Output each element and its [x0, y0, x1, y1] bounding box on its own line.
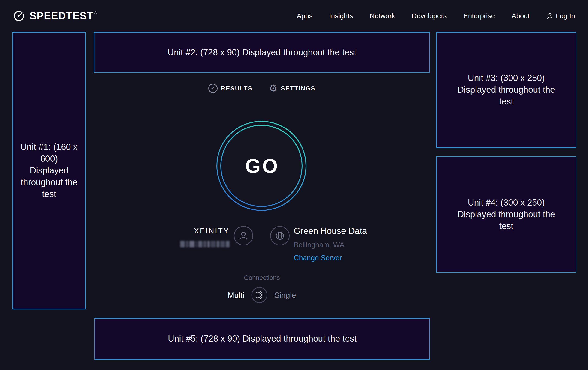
- check-circle-icon: ✓: [208, 84, 218, 93]
- gear-icon: ⚙: [269, 83, 278, 93]
- isp-block: XFINITY: [180, 227, 230, 247]
- ad-unit-5-text: Unit #5: (728 x 90) Displayed throughout…: [168, 333, 357, 345]
- tab-settings-label: SETTINGS: [281, 85, 315, 92]
- isp-name: XFINITY: [180, 227, 230, 235]
- ad-unit-2-text: Unit #2: (728 x 90) Displayed throughout…: [168, 47, 356, 58]
- tab-results[interactable]: ✓ RESULTS: [208, 84, 253, 93]
- server-name: Green House Data: [294, 226, 367, 236]
- go-button-label: GO: [215, 120, 308, 212]
- speedtest-logo[interactable]: SPEEDTEST®: [13, 10, 97, 22]
- logo-trademark: ®: [94, 11, 97, 15]
- tab-results-label: RESULTS: [221, 85, 253, 92]
- nav-item-developers[interactable]: Developers: [412, 12, 447, 20]
- host-server-row: XFINITY Green House Data: [94, 224, 430, 270]
- tab-settings[interactable]: ⚙ SETTINGS: [269, 83, 316, 93]
- change-server-link[interactable]: Change Server: [294, 254, 342, 262]
- main-nav: Apps Insights Network Developers Enterpr…: [297, 12, 575, 20]
- server-globe-circle: [270, 226, 290, 245]
- nav-item-enterprise[interactable]: Enterprise: [463, 12, 495, 20]
- nav-item-insights[interactable]: Insights: [329, 12, 353, 20]
- multi-arrows-icon[interactable]: [251, 287, 268, 304]
- ad-unit-5: Unit #5: (728 x 90) Displayed throughout…: [94, 318, 430, 360]
- connections-label: Connections: [94, 274, 430, 281]
- isp-user-circle: [234, 226, 253, 245]
- ad-unit-1-text: Unit #1: (160 x 600) Displayed throughou…: [20, 141, 78, 200]
- header: SPEEDTEST® Apps Insights Network Develop…: [0, 0, 588, 32]
- tab-bar: ✓ RESULTS ⚙ SETTINGS: [94, 83, 430, 93]
- main-content: ✓ RESULTS ⚙ SETTINGS GO: [94, 73, 430, 318]
- user-icon: [546, 12, 553, 19]
- gauge-icon: [13, 10, 25, 22]
- connections-section: Connections Multi Single: [94, 274, 430, 304]
- connections-toggle-row: Multi Single: [94, 287, 430, 304]
- go-button[interactable]: GO: [215, 120, 308, 212]
- connections-multi-option[interactable]: Multi: [228, 291, 244, 300]
- ad-unit-2: Unit #2: (728 x 90) Displayed throughout…: [94, 32, 430, 73]
- login-label: Log In: [556, 12, 575, 20]
- server-block: Green House Data Bellingham, WA Change S…: [294, 226, 367, 262]
- redacted-ip-address: [180, 241, 230, 247]
- ad-unit-3-text: Unit #3: (300 x 250) Displayed throughou…: [451, 72, 562, 108]
- globe-icon: [275, 230, 285, 241]
- ad-unit-3: Unit #3: (300 x 250) Displayed throughou…: [436, 32, 577, 148]
- speedtest-page: SPEEDTEST® Apps Insights Network Develop…: [0, 0, 588, 370]
- user-icon: [238, 231, 249, 241]
- nav-item-about[interactable]: About: [512, 12, 530, 20]
- logo-wordmark: SPEEDTEST®: [30, 10, 97, 22]
- ad-unit-1: Unit #1: (160 x 600) Displayed throughou…: [12, 32, 86, 309]
- ad-unit-4: Unit #4: (300 x 250) Displayed throughou…: [436, 156, 577, 273]
- nav-item-apps[interactable]: Apps: [297, 12, 313, 20]
- nav-item-network[interactable]: Network: [370, 12, 395, 20]
- ad-unit-4-text: Unit #4: (300 x 250) Displayed throughou…: [451, 197, 562, 232]
- server-location: Bellingham, WA: [294, 241, 367, 249]
- login-button[interactable]: Log In: [546, 12, 575, 20]
- connections-single-option[interactable]: Single: [274, 291, 296, 300]
